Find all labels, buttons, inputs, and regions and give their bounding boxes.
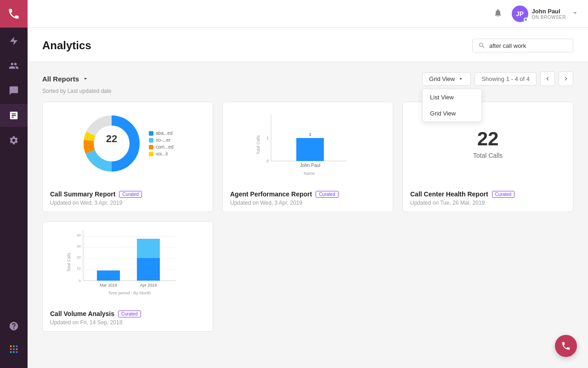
- sidebar-item-help[interactable]: [0, 315, 28, 338]
- grid-view-option[interactable]: Grid View: [423, 105, 481, 121]
- grid-view-button[interactable]: Grid View: [422, 72, 471, 86]
- svg-text:1: 1: [309, 132, 311, 137]
- sidebar-item-apps[interactable]: [0, 338, 28, 361]
- search-box[interactable]: [472, 39, 573, 52]
- svg-text:0: 0: [79, 279, 81, 283]
- sidebar-logo[interactable]: [0, 0, 28, 28]
- report-footer: Call Summary Report Curated Updated on W…: [43, 185, 213, 212]
- svg-rect-2: [16, 345, 18, 347]
- list-view-option[interactable]: List View: [423, 89, 481, 105]
- curated-badge: Curated: [119, 191, 142, 198]
- svg-text:Time period - By Month: Time period - By Month: [108, 291, 151, 295]
- top-header: JP John Paul ON BROWSER: [28, 0, 588, 28]
- bar-chart-agent: Total Calls 0 1 John Paul: [255, 108, 361, 179]
- svg-text:Total Calls: Total Calls: [67, 252, 71, 271]
- curated-badge: Curated: [492, 191, 515, 198]
- call-summary-chart: 22 aba...ed no-...er: [43, 102, 213, 185]
- search-icon: [478, 42, 486, 49]
- svg-rect-4: [13, 348, 15, 350]
- report-footer: Agent Performance Report Curated Updated…: [223, 185, 393, 212]
- svg-text:40: 40: [77, 233, 81, 237]
- legend-item: no-...er: [149, 138, 173, 143]
- report-card-agent-performance[interactable]: Total Calls 0 1 John Paul: [222, 102, 393, 212]
- next-page-button[interactable]: [559, 71, 573, 86]
- user-name: John Paul: [532, 8, 566, 15]
- svg-rect-7: [13, 351, 15, 353]
- sidebar-item-analytics[interactable]: [0, 104, 28, 127]
- svg-text:Apr 2019: Apr 2019: [140, 283, 157, 288]
- user-menu-chevron: [571, 9, 579, 18]
- svg-rect-20: [296, 138, 324, 161]
- svg-rect-1: [13, 345, 15, 347]
- page-title: Analytics: [42, 39, 91, 52]
- svg-text:30: 30: [77, 244, 81, 248]
- svg-rect-6: [10, 351, 12, 353]
- svg-rect-5: [16, 348, 18, 350]
- user-status-indicator: [524, 17, 528, 22]
- report-updated: Updated on Fri, 14 Sep, 2018: [50, 319, 205, 326]
- sidebar-item-users[interactable]: [0, 54, 28, 77]
- curated-badge: Curated: [316, 191, 339, 198]
- report-name: Call Center Health Report: [410, 190, 488, 198]
- user-menu[interactable]: JP John Paul ON BROWSER: [512, 6, 579, 22]
- report-title-row: Call Center Health Report Curated: [410, 190, 565, 198]
- view-dropdown: List View Grid View: [422, 89, 482, 122]
- svg-rect-8: [16, 351, 18, 353]
- svg-text:John Paul: John Paul: [300, 163, 320, 168]
- svg-text:Mar 2019: Mar 2019: [100, 283, 117, 288]
- report-card-call-summary[interactable]: 22 aba...ed no-...er: [42, 102, 213, 212]
- search-input[interactable]: [489, 42, 567, 49]
- sidebar-item-settings[interactable]: [0, 129, 28, 152]
- sidebar-item-chat[interactable]: [0, 79, 28, 102]
- report-name: Call Volume Analysis: [50, 310, 114, 317]
- call-volume-chart: Total Calls 0 10 20 30: [43, 222, 213, 305]
- analytics-header: Analytics: [28, 28, 588, 62]
- sorted-by-label: Sorted by Last updated date: [42, 88, 573, 94]
- donut-chart: 22: [82, 114, 141, 173]
- svg-text:20: 20: [77, 255, 81, 259]
- svg-rect-37: [97, 270, 120, 281]
- big-number: 22: [477, 128, 499, 150]
- big-number-label: Total Calls: [473, 152, 503, 159]
- legend-item: com...ed: [149, 144, 173, 150]
- curated-badge: Curated: [118, 310, 141, 317]
- svg-text:22: 22: [106, 133, 117, 144]
- showing-count: Showing 1 - 4 of 4: [475, 72, 537, 86]
- reports-container: All Reports Grid View List View Grid Vie…: [28, 62, 588, 341]
- svg-text:0: 0: [266, 159, 269, 163]
- report-name: Agent Performance Report: [230, 190, 312, 198]
- svg-text:Total Calls: Total Calls: [256, 135, 260, 154]
- svg-rect-3: [10, 348, 12, 350]
- sidebar-item-lightning[interactable]: [0, 29, 28, 52]
- sidebar: [0, 0, 28, 368]
- main-area: JP John Paul ON BROWSER Analytics: [28, 0, 588, 368]
- agent-performance-chart: Total Calls 0 1 John Paul: [223, 102, 393, 185]
- notifications-bell[interactable]: [493, 8, 503, 19]
- avatar: JP: [512, 6, 528, 22]
- user-status-text: ON BROWSER: [532, 15, 566, 20]
- report-title-row: Call Volume Analysis Curated: [50, 310, 205, 317]
- content-area: Analytics All Reports Grid View: [28, 28, 588, 368]
- toolbar-right: Grid View List View Grid View Showing 1 …: [422, 71, 573, 86]
- prev-page-button[interactable]: [540, 71, 555, 86]
- stacked-bar-chart: Total Calls 0 10 20 30: [66, 225, 190, 301]
- report-card-call-volume[interactable]: Total Calls 0 10 20 30: [42, 221, 213, 332]
- report-footer: Call Center Health Report Curated Update…: [403, 185, 573, 212]
- report-name: Call Summary Report: [50, 190, 115, 198]
- sidebar-bottom: [0, 313, 28, 368]
- donut-wrapper: 22 aba...ed no-...er: [82, 114, 173, 173]
- reports-toolbar: All Reports Grid View List View Grid Vie…: [42, 71, 573, 86]
- legend-item: voi...il: [149, 151, 173, 156]
- phone-fab[interactable]: [555, 335, 577, 357]
- svg-rect-39: [137, 258, 160, 281]
- report-updated: Updated on Wed, 3 Apr, 2019: [230, 200, 385, 206]
- report-updated: Updated on Wed, 3 Apr, 2019: [50, 200, 205, 206]
- report-updated: Updated on Tue, 26 Mar, 2019: [410, 200, 565, 206]
- report-footer: Call Volume Analysis Curated Updated on …: [43, 305, 213, 331]
- report-title-row: Call Summary Report Curated: [50, 190, 205, 198]
- svg-text:10: 10: [77, 266, 81, 270]
- all-reports-button[interactable]: All Reports: [42, 75, 89, 83]
- donut-legend: aba...ed no-...er com...ed: [149, 131, 173, 156]
- report-title-row: Agent Performance Report Curated: [230, 190, 385, 198]
- user-info: John Paul ON BROWSER: [532, 8, 566, 20]
